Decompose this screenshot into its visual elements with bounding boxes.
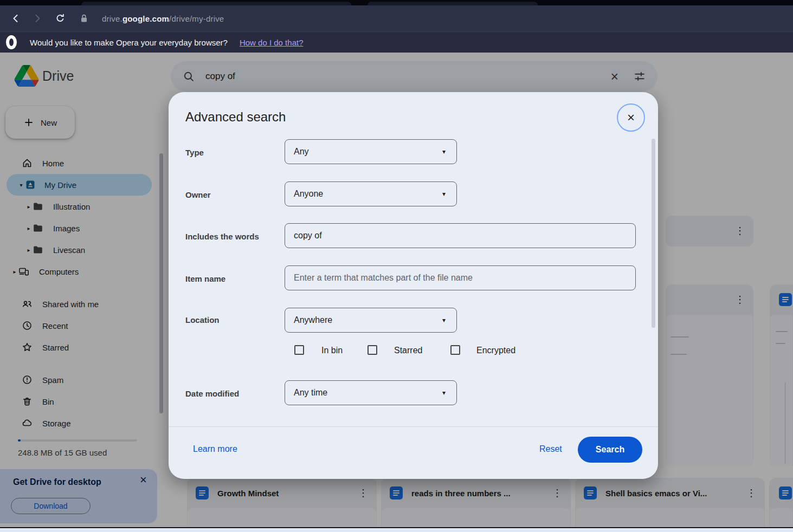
starred-label: Starred: [394, 346, 422, 355]
url-domain: google.com: [123, 14, 169, 23]
owner-value: Anyone: [294, 189, 323, 199]
in-bin-checkbox[interactable]: [294, 345, 304, 355]
opera-promo-bar: Would you like to make Opera your everyd…: [0, 31, 793, 53]
caret-down-icon: ▾: [442, 316, 446, 324]
item-name-label: Item name: [185, 274, 225, 283]
dialog-divider: [169, 426, 658, 427]
back-icon[interactable]: [7, 9, 25, 28]
url-path: /drive/my-drive: [169, 14, 224, 23]
reload-icon[interactable]: [51, 9, 69, 28]
advanced-search-dialog: Advanced search × Type Any ▾ Owner Anyon…: [169, 92, 658, 479]
encrypted-label: Encrypted: [476, 346, 515, 355]
in-bin-label: In bin: [321, 346, 343, 355]
date-modified-label: Date modified: [185, 389, 239, 398]
encrypted-checkbox[interactable]: [450, 345, 460, 355]
url-prefix: drive.: [102, 14, 123, 23]
owner-dropdown[interactable]: Anyone ▾: [285, 181, 457, 206]
date-modified-value: Any time: [294, 388, 327, 398]
caret-down-icon: ▾: [442, 190, 446, 198]
forward-icon[interactable]: [28, 9, 47, 28]
includes-words-label: Includes the words: [185, 232, 259, 241]
browser-toolbar: drive.google.com/drive/my-drive: [0, 5, 793, 31]
taskbar-edge: [0, 528, 793, 532]
browser-tab[interactable]: [81, 2, 351, 5]
close-dialog-button[interactable]: ×: [617, 103, 645, 132]
location-value: Anywhere: [294, 315, 332, 325]
opera-promo-link[interactable]: How do I do that?: [240, 38, 304, 47]
search-button[interactable]: Search: [578, 437, 642, 463]
url-bar[interactable]: drive.google.com/drive/my-drive: [102, 14, 224, 23]
learn-more-link[interactable]: Learn more: [193, 444, 237, 454]
type-dropdown[interactable]: Any ▾: [285, 139, 457, 164]
drive-page: Drive × New Home ▾ My Drive: [0, 53, 793, 527]
caret-down-icon: ▾: [442, 389, 446, 397]
reset-button[interactable]: Reset: [539, 444, 562, 454]
location-label: Location: [185, 315, 220, 325]
caret-down-icon: ▾: [442, 148, 446, 155]
browser-tab[interactable]: [368, 2, 538, 5]
close-icon: ×: [627, 110, 635, 125]
opera-logo-icon: [6, 35, 17, 49]
location-dropdown[interactable]: Anywhere ▾: [285, 308, 457, 333]
item-name-input[interactable]: [285, 265, 636, 290]
type-label: Type: [185, 148, 204, 157]
opera-promo-message: Would you like to make Opera your everyd…: [30, 38, 228, 47]
screen: drive.google.com/drive/my-drive Would yo…: [0, 0, 793, 532]
includes-words-input[interactable]: [285, 223, 636, 248]
browser-tabstrip: [0, 0, 793, 5]
owner-label: Owner: [185, 190, 211, 199]
dialog-title: Advanced search: [185, 109, 286, 125]
date-modified-dropdown[interactable]: Any time ▾: [285, 380, 457, 405]
starred-checkbox[interactable]: [368, 345, 377, 355]
lock-icon[interactable]: [75, 9, 93, 28]
dialog-scrollbar[interactable]: [652, 139, 655, 328]
type-value: Any: [294, 147, 309, 157]
